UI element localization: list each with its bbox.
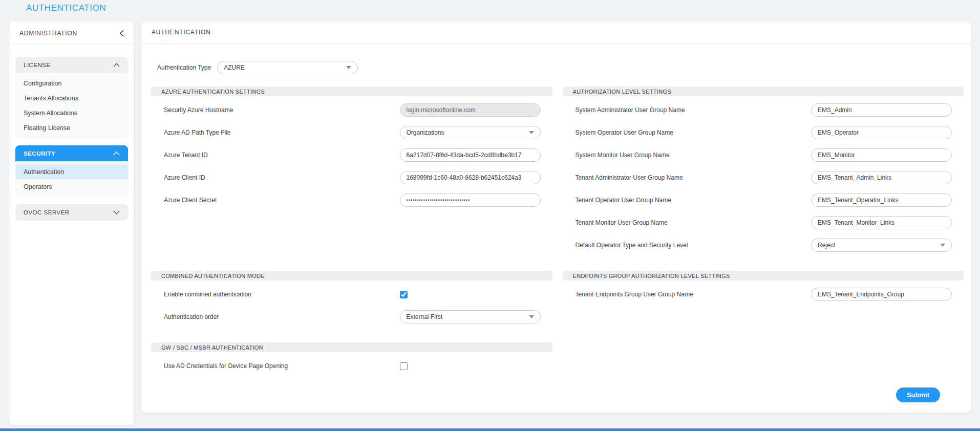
settings-grid: AZURE AUTHENTICATION SETTINGS Security A… xyxy=(151,87,964,377)
tenant-operator-group-input[interactable] xyxy=(811,193,952,207)
section-endpoints-group: ENDPOINTS GROUP AUTHORIZATION LEVEL SETT… xyxy=(563,271,964,306)
auth-type-row: Authentication Type AZURE xyxy=(157,61,964,74)
section-title: COMBINED AUTHENTICATION MODE xyxy=(161,273,265,279)
field-row: Authentication order External First xyxy=(151,306,552,328)
main-content: Authentication Type AZURE AZURE AUTHENTI… xyxy=(141,44,971,413)
tenant-monitor-group-input[interactable] xyxy=(811,216,952,229)
group-label: SECURITY xyxy=(24,150,55,157)
sidebar-group-header-license[interactable]: LICENSE xyxy=(15,57,128,73)
tenant-id-input[interactable] xyxy=(400,148,541,162)
system-admin-group-input[interactable] xyxy=(811,103,952,117)
section-header-authorization: AUTHORIZATION LEVEL SETTINGS xyxy=(563,87,964,96)
default-operator-value: Reject xyxy=(818,242,835,249)
tenant-endpoints-group-label: Tenant Endpoints Group User Group Name xyxy=(576,291,812,298)
field-row: System Administrator User Group Name xyxy=(563,99,964,121)
tenant-id-label: Azure Tenant ID xyxy=(164,152,400,159)
section-title: AZURE AUTHENTICATION SETTINGS xyxy=(161,89,265,95)
field-row: Default Operator Type and Security Level… xyxy=(563,234,964,256)
field-row: Azure Client Secret xyxy=(151,189,552,211)
section-header-endpoints: ENDPOINTS GROUP AUTHORIZATION LEVEL SETT… xyxy=(563,271,964,281)
system-operator-group-label: System Operator User Group Name xyxy=(576,129,812,136)
client-id-label: Azure Client ID xyxy=(164,174,400,181)
bottom-accent-bar xyxy=(0,428,980,431)
default-operator-label: Default Operator Type and Security Level xyxy=(576,242,812,249)
auth-type-select[interactable]: AZURE xyxy=(217,61,358,74)
hostname-input xyxy=(400,103,541,117)
sidebar-item-configuration[interactable]: Configuration xyxy=(15,76,128,91)
tenant-monitor-group-label: Tenant Monitor User Group Name xyxy=(576,219,812,226)
tenant-operator-group-label: Tenant Operator User Group Name xyxy=(576,197,812,204)
section-header-combined: COMBINED AUTHENTICATION MODE xyxy=(151,271,552,281)
section-combined-auth: COMBINED AUTHENTICATION MODE Enable comb… xyxy=(151,271,552,328)
ctrl-cell xyxy=(400,291,541,298)
sidebar-item-authentication[interactable]: Authentication xyxy=(15,164,128,179)
auth-order-value: External First xyxy=(407,313,443,320)
field-row: Tenant Operator User Group Name xyxy=(563,189,964,211)
sidebar-nav: LICENSE Configuration Tenants Allocation… xyxy=(9,45,134,234)
auth-order-select[interactable]: External First xyxy=(400,310,541,324)
submit-button[interactable]: Submit xyxy=(896,387,940,402)
sidebar-title: ADMINISTRATION xyxy=(19,30,77,37)
tenant-admin-group-label: Tenant Administrator User Group Name xyxy=(576,174,812,181)
section-azure-authentication: AZURE AUTHENTICATION SETTINGS Security A… xyxy=(151,87,552,211)
ad-credentials-label: Use AD Credentials for Device Page Openi… xyxy=(164,362,400,370)
field-row: Security Azure Hostname xyxy=(151,99,552,121)
sidebar-item-tenants-allocations[interactable]: Tenants Allocations xyxy=(15,91,128,105)
auth-order-label: Authentication order xyxy=(164,313,400,320)
section-header-azure: AZURE AUTHENTICATION SETTINGS xyxy=(151,87,552,96)
auth-type-value: AZURE xyxy=(224,64,245,71)
group-label: LICENSE xyxy=(24,62,51,68)
tenant-endpoints-group-input[interactable] xyxy=(811,288,952,301)
field-row: Tenant Administrator User Group Name xyxy=(563,166,964,189)
main-panel: AUTHENTICATION Authentication Type AZURE… xyxy=(141,21,971,413)
sidebar-group-header-ovoc-server[interactable]: OVOC SERVER xyxy=(15,204,128,221)
system-operator-group-input[interactable] xyxy=(811,126,952,139)
enable-combined-auth-label: Enable combined authentication xyxy=(164,291,400,298)
section-title: ENDPOINTS GROUP AUTHORIZATION LEVEL SETT… xyxy=(573,273,730,279)
main-header: AUTHENTICATION xyxy=(141,21,971,44)
sidebar-item-system-allocations[interactable]: System Allocations xyxy=(15,105,128,120)
path-type-select[interactable]: Organizations xyxy=(400,126,541,139)
field-row: Azure Client ID xyxy=(151,166,552,189)
collapse-sidebar-icon[interactable] xyxy=(119,30,124,37)
default-operator-select[interactable]: Reject xyxy=(811,239,952,252)
chevron-up-icon xyxy=(113,63,120,67)
section-gw-sbc-msbr: GW / SBC / MSBR AUTHENTICATION Use AD Cr… xyxy=(151,342,552,377)
system-monitor-group-input[interactable] xyxy=(811,148,952,162)
client-secret-input[interactable] xyxy=(400,193,541,207)
chevron-down-icon xyxy=(529,315,534,318)
chevron-down-icon xyxy=(940,244,945,247)
page-title: AUTHENTICATION xyxy=(26,3,106,13)
sidebar: ADMINISTRATION LICENSE Configuration Ten… xyxy=(9,21,134,425)
section-title: AUTHORIZATION LEVEL SETTINGS xyxy=(573,89,671,95)
enable-combined-auth-checkbox[interactable] xyxy=(400,291,408,298)
sidebar-header: ADMINISTRATION xyxy=(9,21,134,45)
sidebar-item-floating-license[interactable]: Floating License xyxy=(15,120,128,135)
system-monitor-group-label: System Monitor User Group Name xyxy=(576,152,812,159)
field-row: Azure Tenant ID xyxy=(151,144,552,166)
client-id-input[interactable] xyxy=(400,171,541,184)
chevron-down-icon xyxy=(346,66,351,69)
system-admin-group-label: System Administrator User Group Name xyxy=(576,106,812,114)
auth-type-label: Authentication Type xyxy=(157,64,211,71)
sidebar-item-operators[interactable]: Operators xyxy=(15,179,128,194)
group-label: OVOC SERVER xyxy=(24,209,70,216)
section-header-gw: GW / SBC / MSBR AUTHENTICATION xyxy=(151,342,552,352)
client-secret-label: Azure Client Secret xyxy=(164,197,400,204)
path-type-label: Azure AD Path Type File xyxy=(164,129,400,136)
chevron-down-icon xyxy=(113,210,120,214)
sidebar-group-items-security: Authentication Operators xyxy=(15,161,128,197)
chevron-down-icon xyxy=(529,131,534,134)
field-row: System Operator User Group Name xyxy=(563,121,964,144)
main-title: AUTHENTICATION xyxy=(152,29,211,36)
field-row: Tenant Monitor User Group Name xyxy=(563,211,964,234)
field-row: Azure AD Path Type File Organizations xyxy=(151,121,552,144)
submit-row: Submit xyxy=(151,377,964,413)
tenant-admin-group-input[interactable] xyxy=(811,171,952,184)
chevron-up-icon xyxy=(113,152,120,156)
sidebar-group-header-security[interactable]: SECURITY xyxy=(15,145,128,161)
layout: ADMINISTRATION LICENSE Configuration Ten… xyxy=(9,21,971,425)
field-row: Enable combined authentication xyxy=(151,283,552,306)
section-authorization-level: AUTHORIZATION LEVEL SETTINGS System Admi… xyxy=(563,87,964,256)
ad-credentials-checkbox[interactable] xyxy=(400,362,408,370)
